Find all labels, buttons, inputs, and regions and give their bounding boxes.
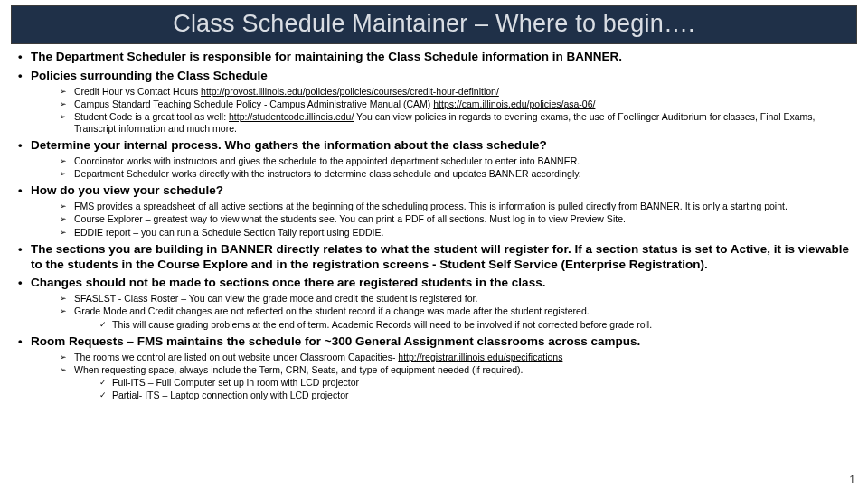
subsub-partial-its: Partial- ITS – Laptop connection only wi…	[99, 389, 859, 401]
title-bar: Class Schedule Maintainer – Where to beg…	[11, 5, 857, 44]
bullet-changes-text: Changes should not be made to sections o…	[31, 276, 545, 289]
changes-sublist: SFASLST - Class Roster – You can view th…	[31, 293, 859, 330]
link-student-code[interactable]: http://studentcode.illinois.edu/	[229, 111, 354, 122]
subsub-grading-problems: This will cause grading problems at the …	[99, 319, 859, 331]
bullet-internal-process-text: Determine your internal process. Who gat…	[31, 138, 547, 152]
internal-process-sublist: Coordinator works with instructors and g…	[31, 155, 859, 180]
sub-grade-mode-text: Grade Mode and Credit changes are not re…	[74, 305, 590, 316]
sub-cam: Campus Standard Teaching Schedule Policy…	[60, 99, 859, 110]
bullet-policies: Policies surrounding the Class Schedule …	[18, 69, 859, 135]
slide: Class Schedule Maintainer – Where to beg…	[0, 5, 868, 488]
link-registrar[interactable]: http://registrar.illinois.edu/specificat…	[398, 352, 562, 362]
bullet-room-requests: Room Requests – FMS maintains the schedu…	[18, 334, 859, 401]
slide-title: Class Schedule Maintainer – Where to beg…	[173, 10, 695, 37]
sub-coordinator: Coordinator works with instructors and g…	[60, 155, 859, 167]
sub-requesting-space-text: When requesting space, always include th…	[74, 364, 524, 375]
bullet-policies-text: Policies surrounding the Class Schedule	[31, 69, 268, 82]
sub-course-explorer: Course Explorer – greatest way to view w…	[60, 213, 859, 225]
sub-dept-scheduler: Department Scheduler works directly with…	[60, 168, 859, 180]
grade-mode-subsub: This will cause grading problems at the …	[74, 319, 859, 331]
sub-student-code: Student Code is a great tool as well: ht…	[60, 111, 859, 135]
sub-eddie: EDDIE report – you can run a Schedule Se…	[60, 227, 859, 239]
sub-credit-hour-text: Credit Hour vs Contact Hours	[74, 86, 201, 97]
policies-sublist: Credit Hour vs Contact Hours http://prov…	[31, 86, 859, 136]
room-requests-sublist: The rooms we control are listed on out w…	[31, 352, 859, 402]
link-cam[interactable]: https://cam.illinois.edu/policies/asa-06…	[433, 99, 595, 109]
bullet-sections-banner: The sections you are building in BANNER …	[18, 242, 859, 273]
sub-rooms-controlled-text: The rooms we control are listed on out w…	[74, 352, 398, 362]
sub-rooms-controlled: The rooms we control are listed on out w…	[60, 352, 859, 363]
sub-requesting-space: When requesting space, always include th…	[60, 364, 859, 401]
sub-cam-text: Campus Standard Teaching Schedule Policy…	[74, 99, 433, 109]
sub-grade-mode: Grade Mode and Credit changes are not re…	[60, 305, 859, 330]
sub-student-code-text-a: Student Code is a great tool as well:	[74, 111, 229, 122]
page-number: 1	[849, 474, 855, 486]
bullet-list: The Department Scheduler is responsible …	[9, 50, 859, 401]
link-credit-hour[interactable]: http://provost.illinois.edu/policies/pol…	[201, 86, 499, 97]
bullet-internal-process: Determine your internal process. Who gat…	[18, 138, 859, 180]
bullet-view-schedule: How do you view your schedule? FMS provi…	[18, 183, 859, 238]
bullet-changes: Changes should not be made to sections o…	[18, 276, 859, 330]
sub-credit-hour: Credit Hour vs Contact Hours http://prov…	[60, 86, 859, 98]
bullet-view-schedule-text: How do you view your schedule?	[31, 183, 223, 197]
bullet-room-requests-text: Room Requests – FMS maintains the schedu…	[31, 334, 640, 348]
sub-sfaslst: SFASLST - Class Roster – You can view th…	[60, 293, 859, 305]
equipment-subsub: Full-ITS – Full Computer set up in room …	[74, 377, 859, 401]
bullet-dept-scheduler: The Department Scheduler is responsible …	[18, 50, 859, 65]
sub-fms-spreadsheet: FMS provides a spreadsheet of all active…	[60, 201, 859, 212]
subsub-full-its: Full-ITS – Full Computer set up in room …	[99, 377, 859, 389]
view-schedule-sublist: FMS provides a spreadsheet of all active…	[31, 201, 859, 238]
